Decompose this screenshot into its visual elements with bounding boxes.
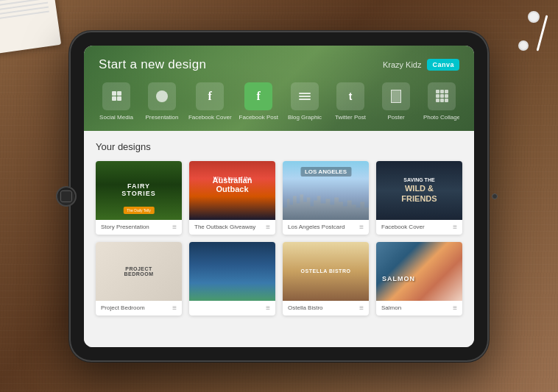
outback-menu-icon[interactable]: ≡ bbox=[266, 224, 270, 231]
design-type-blog-graphic[interactable]: Blog Graphic bbox=[287, 82, 322, 121]
wild-name: Facebook Cover bbox=[381, 224, 425, 230]
facebook-post-label: Facebook Post bbox=[239, 114, 278, 121]
twitter-post-label: Twitter Post bbox=[335, 114, 366, 121]
salmon-thumb: SALMON bbox=[376, 242, 462, 301]
design-card-bedroom[interactable]: PROJECTBEDROOM Project Bedroom ≡ bbox=[96, 242, 182, 316]
twitter-post-icon: t bbox=[336, 82, 364, 110]
bistro-text: OSTELLA BISTRO bbox=[301, 268, 351, 274]
wild-card-label: Facebook Cover ≡ bbox=[376, 220, 462, 235]
outback-name: The Outback Giveaway bbox=[194, 224, 255, 230]
giveaway2-thumb bbox=[189, 242, 275, 301]
designs-grid: FAIRYSTORIES The Daily Telly Story Prese… bbox=[96, 161, 462, 316]
user-label[interactable]: Krazy Kidz bbox=[383, 60, 422, 69]
fairy-name: Story Presentation bbox=[101, 224, 149, 230]
bars-icon bbox=[299, 93, 311, 100]
home-button[interactable] bbox=[56, 186, 77, 207]
ipad-screen: Start a new design Krazy Kidz Canva Soci… bbox=[84, 46, 474, 347]
design-types-row: Social Media Presentation f Facebook Cov… bbox=[99, 82, 459, 121]
earphone-bud-1 bbox=[528, 11, 540, 23]
giveaway2-menu-icon[interactable]: ≡ bbox=[266, 304, 270, 312]
presentation-icon bbox=[148, 82, 176, 110]
app-header: Start a new design Krazy Kidz Canva Soci… bbox=[84, 46, 474, 131]
bedroom-name: Project Bedroom bbox=[101, 304, 145, 311]
twitter-icon: t bbox=[349, 90, 353, 102]
section-title: Your designs bbox=[96, 141, 462, 152]
camera-dot bbox=[492, 193, 498, 199]
grid-icon bbox=[109, 88, 124, 104]
design-card-salmon[interactable]: SALMON Salmon ≡ bbox=[376, 242, 462, 316]
bedroom-thumb: PROJECTBEDROOM bbox=[96, 242, 182, 301]
la-label-text: LOS ANGELES bbox=[300, 167, 351, 177]
blog-graphic-label: Blog Graphic bbox=[288, 114, 322, 121]
facebook-cover-label: Facebook Cover bbox=[188, 114, 232, 121]
design-type-facebook-post[interactable]: f Facebook Post bbox=[240, 82, 277, 121]
giveaway2-card-label: ≡ bbox=[189, 301, 275, 316]
poster-rect-icon bbox=[391, 90, 401, 103]
design-type-photo-collage[interactable]: Photo Collage bbox=[424, 82, 459, 121]
la-city-silhouette bbox=[283, 190, 369, 220]
photo-collage-icon bbox=[428, 82, 456, 110]
f-icon: f bbox=[208, 90, 212, 103]
salmon-card-label: Salmon ≡ bbox=[376, 301, 462, 316]
fairy-card-label: Story Presentation ≡ bbox=[96, 220, 182, 235]
design-type-presentation[interactable]: Presentation bbox=[144, 82, 180, 121]
bistro-menu-icon[interactable]: ≡ bbox=[359, 304, 364, 312]
designs-section: Your designs FAIRYSTORIES The Daily Tell… bbox=[84, 131, 474, 347]
wild-menu-icon[interactable]: ≡ bbox=[453, 224, 457, 231]
poster-label: Poster bbox=[387, 114, 404, 121]
outback-card-label: The Outback Giveaway ≡ bbox=[189, 220, 275, 235]
design-card-wild[interactable]: SAVING THE WILD &FRIENDS Facebook Cover … bbox=[376, 161, 462, 235]
notebook-decoration bbox=[0, 0, 61, 54]
fairy-thumb-text: FAIRYSTORIES bbox=[121, 182, 155, 199]
blog-graphic-icon bbox=[291, 82, 319, 110]
design-card-fairy[interactable]: FAIRYSTORIES The Daily Telly Story Prese… bbox=[96, 161, 182, 235]
facebook-post-icon: f bbox=[244, 82, 272, 110]
canva-logo[interactable]: Canva bbox=[427, 59, 459, 71]
bistro-card-label: Ostella Bistro ≡ bbox=[283, 301, 369, 316]
wild-text: SAVING THE WILD &FRIENDS bbox=[401, 177, 437, 204]
bistro-thumb: OSTELLA BISTRO bbox=[283, 242, 369, 301]
photo-collage-label: Photo Collage bbox=[423, 114, 459, 121]
salmon-menu-icon[interactable]: ≡ bbox=[453, 304, 457, 312]
bedroom-card-label: Project Bedroom ≡ bbox=[96, 301, 182, 316]
ipad-frame: Start a new design Krazy Kidz Canva Soci… bbox=[69, 31, 489, 362]
la-thumb: LOS ANGELES bbox=[283, 161, 369, 220]
design-type-social-media[interactable]: Social Media bbox=[99, 82, 134, 121]
social-media-icon bbox=[102, 82, 130, 110]
design-card-la[interactable]: LOS ANGELES Los Angeles Postcard ≡ bbox=[283, 161, 369, 235]
header-top: Start a new design Krazy Kidz Canva bbox=[99, 57, 459, 72]
f-post-icon: f bbox=[257, 90, 261, 103]
design-card-bistro[interactable]: OSTELLA BISTRO Ostella Bistro ≡ bbox=[283, 242, 369, 316]
la-name: Los Angeles Postcard bbox=[288, 224, 345, 230]
collage-icon bbox=[434, 88, 451, 104]
outback-thumb: Win a tour of the AustralianOutback bbox=[189, 161, 275, 220]
earphone-bud-2 bbox=[518, 40, 529, 51]
presentation-label: Presentation bbox=[146, 114, 179, 121]
bistro-name: Ostella Bistro bbox=[288, 304, 323, 311]
design-card-outback[interactable]: Win a tour of the AustralianOutback The … bbox=[189, 161, 275, 235]
design-type-facebook-cover[interactable]: f Facebook Cover bbox=[190, 82, 230, 121]
fairy-menu-icon[interactable]: ≡ bbox=[172, 224, 177, 231]
bedroom-text: PROJECTBEDROOM bbox=[124, 266, 153, 277]
salmon-text: SALMON bbox=[382, 275, 415, 282]
fairy-thumb: FAIRYSTORIES The Daily Telly bbox=[96, 161, 182, 220]
bedroom-menu-icon[interactable]: ≡ bbox=[172, 304, 177, 312]
fairy-badge: The Daily Telly bbox=[123, 207, 154, 214]
la-menu-icon[interactable]: ≡ bbox=[359, 224, 364, 231]
wild-thumb: SAVING THE WILD &FRIENDS bbox=[376, 161, 462, 220]
header-title: Start a new design bbox=[99, 57, 206, 72]
poster-icon bbox=[382, 82, 410, 110]
facebook-cover-icon: f bbox=[196, 82, 224, 110]
design-type-twitter-post[interactable]: t Twitter Post bbox=[333, 82, 368, 121]
salmon-name: Salmon bbox=[381, 304, 401, 311]
la-card-label: Los Angeles Postcard ≡ bbox=[283, 220, 369, 235]
header-right: Krazy Kidz Canva bbox=[383, 59, 459, 71]
circle-icon bbox=[156, 90, 168, 102]
social-media-label: Social Media bbox=[99, 114, 133, 121]
design-type-poster[interactable]: Poster bbox=[378, 82, 414, 121]
design-card-giveaway2[interactable]: ≡ bbox=[189, 242, 275, 316]
outback-big-text: AustralianOutback bbox=[213, 175, 252, 193]
